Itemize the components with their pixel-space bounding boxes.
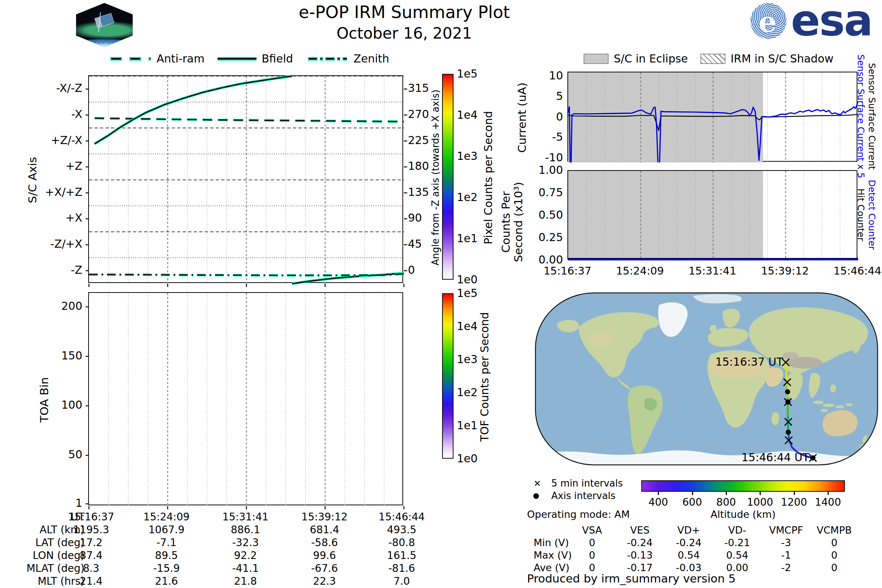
- ground-track-map: 15:16:37 UT15:46:44 UT: [535, 292, 878, 466]
- eph-cell: 1067.9: [126, 524, 207, 536]
- volt-cell: 0: [801, 550, 867, 561]
- eph-cell: -41.1: [205, 563, 286, 574]
- sc-axis-right-axis-label: Angle from -Z axis (towards +X axis): [430, 86, 441, 269]
- eph-cell: 15:46:44: [361, 512, 442, 523]
- eph-cell: -58.6: [284, 537, 365, 548]
- page-title: e-POP IRM Summary Plot: [220, 2, 588, 22]
- track-time-label: 15:46:44 UT: [741, 451, 809, 464]
- altitude-colorbar: [641, 480, 845, 492]
- track-time-label: 15:16:37 UT: [715, 356, 783, 368]
- eclipse-legend-swatch: [584, 54, 609, 64]
- eph-cell: -15.9: [126, 563, 207, 574]
- eph-cell: 886.1: [205, 524, 286, 536]
- epop-irm-summary-page: CASSIOPE e-POP IRM Summary Plot October …: [0, 0, 882, 588]
- counters-ylabel: Counts Per Second (x10³): [500, 130, 524, 314]
- current-plot: [567, 72, 857, 162]
- eph-cell: -67.6: [284, 563, 365, 574]
- counters-right-label-blue: Detect Counter: [867, 123, 877, 307]
- legend-line-antiram: [110, 57, 151, 61]
- eph-cell: 92.2: [205, 550, 286, 561]
- legend-dot-label: Axis intervals: [551, 490, 616, 501]
- alt-tick-mark: [760, 492, 761, 495]
- eph-cell: -32.3: [205, 537, 286, 548]
- legend-line-bfield: [218, 57, 256, 61]
- eph-cell: 7.0: [361, 576, 442, 587]
- volt-col-header: VCMPB: [801, 525, 867, 536]
- map-image: 15:16:37 UT15:46:44 UT: [535, 292, 878, 466]
- eph-cell: -81.6: [361, 563, 442, 574]
- altitude-colorbar-label: Altitude (km): [651, 508, 835, 520]
- footer-version: Produced by irm_summary version 5: [527, 572, 736, 585]
- legend-dot-marker-icon: ●: [533, 491, 539, 500]
- toa-plot: [88, 292, 403, 506]
- patch-label: CASSIOPE: [74, 39, 135, 45]
- legend-x-marker-icon: ✕: [534, 478, 541, 489]
- eph-cell: 15:39:12: [284, 512, 365, 523]
- eph-cell: 161.5: [361, 550, 442, 561]
- eph-cell: 89.5: [126, 550, 207, 561]
- legend-x-label: 5 min intervals: [551, 478, 623, 489]
- tof-colorbar: [442, 293, 453, 459]
- alt-tick-mark: [828, 492, 829, 495]
- pixel-colorbar: [442, 74, 453, 280]
- eph-cell: 21.4: [51, 576, 132, 587]
- pixel-colorbar-label: Pixel Counts per Second: [482, 86, 495, 270]
- cassiope-mission-patch-icon: CASSIOPE: [73, 2, 136, 48]
- volt-cell: 0: [801, 562, 867, 573]
- eph-cell: 15:24:09: [126, 512, 207, 523]
- eph-cell: 8.3: [51, 563, 132, 574]
- eph-cell: 21.8: [205, 576, 286, 587]
- counters-right-label-black: Hit Counter: [855, 123, 866, 307]
- eph-cell: -80.8: [361, 537, 442, 548]
- legend-line-zenith: [308, 57, 347, 61]
- page-date: October 16, 2021: [220, 24, 588, 42]
- shadow-legend-swatch: [700, 54, 726, 64]
- eph-cell: 21.6: [126, 576, 207, 587]
- operating-mode: Operating mode: AM: [527, 508, 630, 520]
- eclipse-legend-label: S/C in Eclipse: [614, 53, 688, 64]
- eph-cell: 99.6: [284, 550, 365, 561]
- alt-tick-mark: [692, 492, 693, 495]
- eph-cell: 15:16:37: [51, 512, 132, 523]
- alt-tick-mark: [658, 492, 659, 495]
- volt-cell: 0: [801, 537, 867, 548]
- legend-label-antiram: Anti-ram: [156, 53, 204, 64]
- alt-tick-mark: [794, 492, 795, 495]
- counters-plot: [567, 170, 857, 260]
- eph-cell: 1195.3: [51, 524, 132, 536]
- tof-colorbar-label: TOF Counts per Second: [478, 285, 491, 469]
- eph-cell: 493.5: [361, 524, 442, 536]
- shadow-legend-label: IRM in S/C Shadow: [730, 53, 834, 64]
- satellite-icon: [94, 13, 114, 28]
- eph-cell: 87.4: [51, 550, 132, 561]
- sc-axis-plot: [88, 75, 403, 283]
- legend-label-bfield: Bfield: [262, 53, 293, 64]
- eph-cell: 22.3: [284, 576, 365, 587]
- eph-cell: 681.4: [284, 524, 365, 536]
- eph-cell: 17.2: [51, 537, 132, 548]
- esa-e-icon: e: [759, 5, 777, 39]
- alt-tick-mark: [726, 492, 727, 495]
- eph-cell: 15:31:41: [205, 512, 286, 523]
- legend-label-zenith: Zenith: [354, 53, 389, 64]
- eph-cell: -7.1: [126, 537, 207, 548]
